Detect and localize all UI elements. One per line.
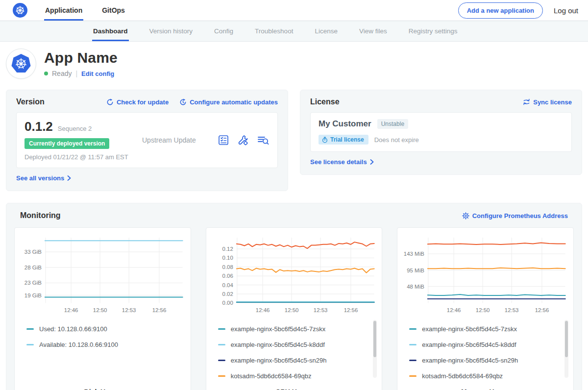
- gear-icon: [462, 212, 469, 219]
- legend-label: example-nginx-5bc6f5d4c5-sn29h: [231, 357, 327, 364]
- edit-config-link[interactable]: Edit config: [81, 70, 114, 77]
- legend-label: example-nginx-5bc6f5d4c5-k8ddf: [422, 341, 516, 348]
- chevron-right-icon: [67, 175, 71, 181]
- top-nav-items: Application GitOps: [44, 0, 126, 21]
- license-card: License Sync license My Customer Unstabl…: [300, 90, 582, 175]
- config-wrench-icon[interactable]: [237, 134, 249, 146]
- tab-troubleshoot[interactable]: Troubleshoot: [254, 21, 294, 41]
- trial-license-badge: Trial license: [318, 135, 368, 145]
- disk-usage-chart: 19 GiB23 GiB28 GiB33 GiB12:4612:5012:531…: [20, 233, 186, 317]
- svg-text:0.06: 0.06: [222, 273, 233, 279]
- svg-text:0.02: 0.02: [222, 291, 233, 297]
- legend-item: kotsadm-5db6dc6584-69qbz: [409, 368, 568, 381]
- legend-color-dash: [218, 344, 225, 345]
- svg-text:12:56: 12:56: [343, 307, 358, 313]
- add-application-button[interactable]: Add a new application: [458, 2, 543, 19]
- legend-label: Available: 10.128.0.66:9100: [39, 341, 118, 348]
- license-expiry: Does not expire: [374, 136, 419, 144]
- memory-usage-chart-card: 48 MiB95 MiB143 MiB12:4612:5012:5312:56 …: [397, 227, 574, 390]
- app-tabs: Dashboard Version history Config Trouble…: [0, 21, 588, 42]
- refresh-icon: [106, 98, 114, 106]
- legend-color-dash: [26, 344, 34, 345]
- preflight-checks-icon[interactable]: [218, 134, 229, 146]
- svg-text:12:46: 12:46: [256, 307, 270, 313]
- stopwatch-icon: [322, 137, 328, 143]
- top-nav-item-application[interactable]: Application: [44, 0, 83, 21]
- legend-color-dash: [26, 328, 34, 330]
- legend-label: example-nginx-5bc6f5d4c5-k8ddf: [231, 341, 325, 348]
- legend-color-dash: [409, 344, 416, 345]
- deployed-badge: Currently deployed version: [24, 138, 109, 149]
- tab-license[interactable]: License: [314, 21, 339, 41]
- disk-usage-legend: Used: 10.128.0.66:9100Available: 10.128.…: [26, 321, 186, 381]
- svg-text:48 MiB: 48 MiB: [407, 284, 425, 290]
- configure-automatic-updates-link[interactable]: Configure automatic updates: [179, 98, 278, 106]
- page-title: App Name: [44, 49, 118, 66]
- svg-text:143 MiB: 143 MiB: [404, 251, 424, 257]
- version-source: Upstream Update: [142, 136, 218, 144]
- svg-text:23 GiB: 23 GiB: [24, 280, 42, 286]
- memory-usage-chart: 48 MiB95 MiB143 MiB12:4612:5012:5312:56: [402, 233, 568, 317]
- version-card-title: Version: [16, 98, 45, 106]
- version-number: 0.1.2: [24, 119, 53, 134]
- license-detail-row: My Customer Unstable Trial license Does …: [310, 112, 572, 152]
- monitoring-title: Monitoring: [20, 211, 61, 220]
- svg-text:19 GiB: 19 GiB: [24, 292, 42, 298]
- svg-text:12:46: 12:46: [447, 307, 461, 313]
- legend-label: kotsadm-5db6dc6584-69qbz: [422, 372, 503, 380]
- diff-logs-icon[interactable]: [257, 134, 270, 146]
- memory-usage-legend: example-nginx-5bc6f5d4c5-7zskxexample-ng…: [409, 321, 568, 381]
- svg-text:0.08: 0.08: [222, 264, 233, 270]
- svg-text:12:53: 12:53: [505, 307, 519, 313]
- legend-item: kotsadm-5db6dc6584-69qbz: [218, 368, 377, 381]
- check-for-update-link[interactable]: Check for update: [106, 98, 169, 106]
- svg-text:12:56: 12:56: [535, 307, 549, 313]
- disk-usage-chart-card: 19 GiB23 GiB28 GiB33 GiB12:4612:5012:531…: [14, 227, 191, 390]
- svg-text:33 GiB: 33 GiB: [24, 249, 42, 255]
- legend-scrollbar[interactable]: [564, 320, 568, 378]
- configure-prometheus-link[interactable]: Configure Prometheus Address: [462, 212, 568, 219]
- monitoring-section: Monitoring Configure Prometheus Address …: [6, 203, 582, 390]
- chevron-right-icon: [370, 159, 374, 165]
- svg-text:12:46: 12:46: [64, 307, 78, 313]
- kubernetes-logo-icon[interactable]: [13, 3, 27, 18]
- legend-scrollbar[interactable]: [373, 320, 377, 378]
- svg-text:0.04: 0.04: [222, 282, 233, 288]
- logout-button[interactable]: Log out: [554, 6, 578, 15]
- tab-config[interactable]: Config: [213, 21, 234, 41]
- cpu-usage-legend: example-nginx-5bc6f5d4c5-7zskxexample-ng…: [218, 321, 377, 381]
- clock-refresh-icon: [179, 98, 187, 106]
- legend-label: Used: 10.128.0.66:9100: [39, 325, 107, 333]
- current-version-row: 0.1.2 Sequence 2 Currently deployed vers…: [16, 112, 278, 168]
- customer-name: My Customer: [318, 119, 371, 129]
- see-all-versions-link[interactable]: See all versions: [16, 174, 71, 182]
- legend-item: Available: 10.128.0.66:9100: [26, 337, 186, 353]
- svg-text:0.10: 0.10: [222, 255, 233, 261]
- svg-text:12:50: 12:50: [476, 307, 490, 313]
- see-license-details-link[interactable]: See license details: [310, 158, 374, 166]
- legend-item: example-nginx-5bc6f5d4c5-k8ddf: [409, 337, 568, 353]
- tab-dashboard[interactable]: Dashboard: [92, 21, 129, 41]
- tab-version-history[interactable]: Version history: [148, 21, 194, 41]
- svg-text:12:53: 12:53: [122, 307, 136, 313]
- app-header: App Name Ready | Edit config: [0, 42, 588, 87]
- status-dot: [44, 72, 48, 75]
- svg-text:12:50: 12:50: [285, 307, 299, 313]
- tab-view-files[interactable]: View files: [358, 21, 388, 41]
- legend-color-dash: [409, 360, 416, 361]
- top-nav-item-gitops[interactable]: GitOps: [101, 0, 126, 21]
- legend-item: Used: 10.128.0.66:9100: [26, 321, 186, 337]
- app-logo-icon: [6, 49, 36, 79]
- sync-license-link[interactable]: Sync license: [523, 98, 572, 106]
- app-status: Ready: [52, 70, 72, 77]
- legend-color-dash: [218, 360, 225, 361]
- sync-arrows-icon: [523, 98, 530, 105]
- top-nav: Application GitOps Add a new application…: [0, 0, 588, 21]
- cpu-usage-chart: 0.000.020.040.060.080.100.1212:4612:5012…: [211, 233, 377, 317]
- tab-registry-settings[interactable]: Registry settings: [408, 21, 459, 41]
- svg-text:12:53: 12:53: [314, 307, 328, 313]
- legend-item: example-nginx-5bc6f5d4c5-sn29h: [409, 353, 568, 368]
- legend-label: example-nginx-5bc6f5d4c5-7zskx: [422, 325, 517, 333]
- legend-color-dash: [409, 328, 416, 330]
- legend-item: example-nginx-5bc6f5d4c5-7zskx: [409, 321, 568, 337]
